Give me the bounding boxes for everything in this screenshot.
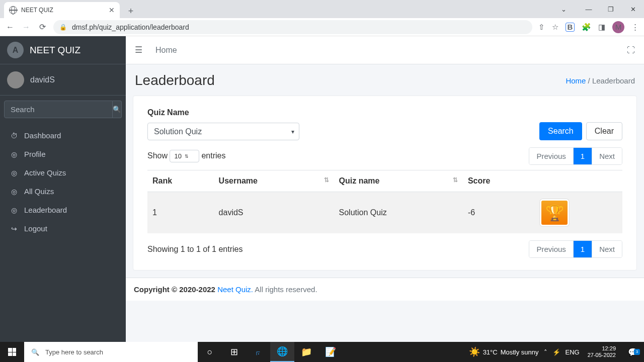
back-button[interactable]: ← [5, 22, 15, 32]
minimize-button[interactable]: — [578, 2, 600, 17]
user-panel[interactable]: davidS [0, 64, 126, 96]
weather-icon: ☀️ [469, 346, 480, 357]
search-button[interactable]: Search [539, 122, 582, 140]
nav-active-quizs[interactable]: ◎Active Quizs [4, 163, 122, 182]
notes-icon[interactable]: 📝 [318, 342, 343, 362]
brand-name: NEET QUIZ [30, 45, 80, 56]
show-label: Show [147, 151, 168, 160]
notifications-icon[interactable]: 💬3 [624, 347, 642, 357]
search-placeholder: Type here to search [45, 348, 103, 356]
browser-tab-strip: NEET QUIZ ✕ + ⌄ — ❐ ✕ [0, 0, 644, 18]
globe-icon [9, 6, 17, 14]
sort-icon[interactable]: ⇅ [324, 176, 329, 184]
quiz-name-label: Quiz Name [147, 108, 622, 117]
next-button[interactable]: Next [592, 241, 622, 257]
leaderboard-card: Quiz Name Solution Quiz Search Clear Sho… [133, 96, 637, 270]
pagination-bottom: Previous 1 Next [529, 240, 622, 258]
url-bar[interactable]: 🔒 dmsf.ph/quiz_application/leaderboard [53, 20, 532, 34]
tray-chevron-icon[interactable]: ˄ [544, 348, 547, 356]
dashboard-icon: ⏱ [9, 132, 19, 140]
user-name: davidS [30, 75, 55, 84]
profile-icon: ◎ [9, 150, 19, 158]
table-info: Showing 1 to 1 of 1 entries [147, 245, 243, 254]
sidebar: A NEET QUIZ davidS 🔍 ⏱Dashboard ◎Profile… [0, 36, 126, 342]
nav-label: Logout [24, 224, 47, 233]
browser-tab[interactable]: NEET QUIZ ✕ [4, 2, 120, 18]
fullscreen-icon[interactable]: ⛶ [627, 46, 635, 55]
table-row: 1 davidS Solution Quiz -6 🏆 [147, 192, 622, 234]
system-tray: ☀️ 31°C Mostly sunny ˄ ⚡ ENG 12:29 27-05… [467, 345, 644, 358]
search-button[interactable]: 🔍 [113, 101, 122, 118]
reload-button[interactable]: ⟳ [37, 22, 47, 32]
vscode-icon[interactable]: ⟔ [246, 342, 270, 362]
active-quiz-icon: ◎ [9, 169, 19, 177]
col-rank[interactable]: Rank [147, 170, 214, 192]
nav-logout[interactable]: ↪Logout [4, 219, 122, 238]
footer-copyright: Copyright © 2020-2022 [134, 285, 217, 294]
footer-brand-link[interactable]: Neet Quiz. [217, 285, 253, 294]
clear-button[interactable]: Clear [586, 122, 622, 140]
url-text: dmsf.ph/quiz_application/leaderboard [72, 23, 189, 31]
search-input[interactable] [4, 101, 113, 118]
extensions-icon[interactable]: 🧩 [582, 23, 591, 32]
brand-logo-icon: A [7, 42, 24, 58]
breadcrumb-home[interactable]: Home [566, 76, 586, 85]
footer-rights: All rights reserved. [253, 285, 317, 294]
chevron-down-icon[interactable]: ⌄ [552, 2, 575, 17]
start-button[interactable] [0, 342, 24, 362]
menu-icon[interactable]: ⋮ [631, 23, 639, 32]
tray-lang[interactable]: ENG [566, 348, 580, 356]
nav-dashboard[interactable]: ⏱Dashboard [4, 126, 122, 145]
close-window-button[interactable]: ✕ [622, 2, 644, 17]
entries-select[interactable]: 10 [170, 150, 199, 162]
sidebar-search: 🔍 [0, 96, 126, 123]
cell-rank: 1 [147, 192, 214, 234]
prev-button[interactable]: Previous [529, 241, 573, 257]
col-username[interactable]: Username⇅ [214, 170, 334, 192]
forward-button[interactable]: → [21, 22, 31, 32]
taskbar: 🔍 Type here to search ○ ⊞ ⟔ 🌐 📁 📝 ☀️ 31°… [0, 342, 644, 362]
page-1-button[interactable]: 1 [574, 148, 592, 164]
col-score[interactable]: Score [463, 170, 535, 192]
explorer-icon[interactable]: 📁 [294, 342, 318, 362]
cell-username: davidS [214, 192, 334, 234]
quiz-select[interactable]: Solution Quiz [147, 123, 299, 140]
clock[interactable]: 12:29 27-05-2022 [585, 345, 619, 358]
brand[interactable]: A NEET QUIZ [0, 36, 126, 64]
bookmark-icon[interactable]: ☆ [552, 23, 558, 32]
topbar-home-link[interactable]: Home [155, 46, 177, 55]
weather-widget[interactable]: ☀️ 31°C Mostly sunny [469, 346, 539, 357]
lock-icon: 🔒 [59, 24, 67, 31]
maximize-button[interactable]: ❐ [600, 2, 622, 17]
cortana-icon[interactable]: ○ [198, 342, 222, 362]
sidepanel-icon[interactable]: ◨ [598, 23, 605, 32]
content-header: Leaderboard Home / Leaderboard [126, 64, 644, 94]
next-button[interactable]: Next [592, 148, 622, 164]
share-icon[interactable]: ⇧ [538, 23, 545, 32]
nav-leaderboard[interactable]: ◎Leaderboard [4, 201, 122, 219]
menu-toggle-icon[interactable]: ☰ [135, 45, 142, 55]
quiz-select-wrap: Solution Quiz [147, 123, 299, 140]
topbar: ☰ Home ⛶ [126, 36, 644, 64]
taskbar-search[interactable]: 🔍 Type here to search [24, 342, 198, 362]
cell-score: -6 [463, 192, 535, 234]
col-quizname[interactable]: Quiz name⇅ [334, 170, 463, 192]
new-tab-button[interactable]: + [124, 4, 138, 18]
pagination-top: Previous 1 Next [529, 147, 622, 165]
chrome-icon[interactable]: 🌐 [270, 342, 294, 362]
taskview-icon[interactable]: ⊞ [222, 342, 246, 362]
cell-trophy: 🏆 [535, 192, 622, 234]
weather-text: Mostly sunny [501, 348, 539, 356]
tab-title: NEET QUIZ [21, 7, 53, 14]
page-1-button[interactable]: 1 [574, 241, 592, 257]
tray-power-icon[interactable]: ⚡ [552, 348, 560, 356]
prev-button[interactable]: Previous [529, 148, 573, 164]
nav-profile[interactable]: ◎Profile [4, 145, 122, 163]
profile-avatar[interactable]: M [612, 21, 624, 33]
extension-b-icon[interactable]: B [566, 23, 575, 32]
logout-icon: ↪ [9, 225, 19, 233]
breadcrumb-current: Leaderboard [592, 76, 635, 85]
sort-icon[interactable]: ⇅ [453, 176, 458, 184]
tab-close-icon[interactable]: ✕ [109, 6, 115, 14]
nav-all-quizs[interactable]: ◎All Quizs [4, 182, 122, 201]
